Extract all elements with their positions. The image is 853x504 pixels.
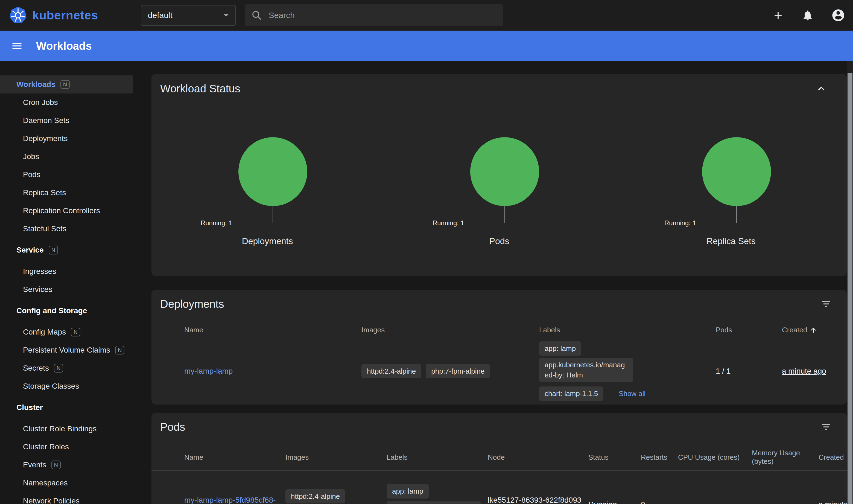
sidebar-item-replica-sets[interactable]: Replica Sets [0,184,133,202]
sidebar-item-workloads[interactable]: WorkloadsN [0,75,133,93]
sidebar-item-secrets[interactable]: SecretsN [0,359,133,377]
page-scrollbar [847,61,853,504]
images-cell: httpd:2.4-alpine php:7-fpm-alpine [285,487,387,504]
pie-slice-running [702,137,771,206]
pods-pie-chart: Running: 1 Pods [383,137,615,246]
sidebar-item-events[interactable]: EventsN [0,456,133,474]
sidebar-item-stateful-sets[interactable]: Stateful Sets [0,220,133,238]
collapse-button[interactable] [814,82,829,96]
sidebar-item-replication-controllers[interactable]: Replication Controllers [0,202,133,220]
plus-icon [772,9,784,21]
sidebar-item-persistent-volume-claims[interactable]: Persistent Volume ClaimsN [0,341,133,359]
sidebar-item-config-maps[interactable]: Config MapsN [0,323,133,341]
images-cell: httpd:2.4-alpine php:7-fpm-alpine [361,364,539,378]
column-header-images: Images [361,321,539,339]
column-header-status [152,326,184,335]
hamburger-icon [11,40,23,52]
sidebar-item-cluster-role-bindings[interactable]: Cluster Role Bindings [0,420,133,438]
deployments-card: Deployments Name Images Labels Pods Crea… [152,290,847,404]
main-content: Workload Status Running: 1 Deployments [152,61,847,504]
pie-slice-running [238,137,307,206]
column-header-node: Node [488,449,588,466]
sidebar-item-label: Events [23,461,47,469]
sidebar-item-storage-classes[interactable]: Storage Classes [0,377,133,395]
column-header-name[interactable]: Name [184,449,285,466]
status-text-cell: Running [588,500,641,504]
show-all-link[interactable]: Show all [619,390,645,398]
chevron-up-icon [815,83,827,94]
labels-cell: app: lamp app.kubernetes.io/managed-by: … [539,339,716,403]
sidebar-item-pods[interactable]: Pods [0,166,133,184]
labels-cell: app: lamp pod-template-hash: 5fd985cf68 [387,482,488,504]
sidebar-section-label: Cluster [16,403,43,412]
notifications-button[interactable] [800,8,815,22]
legend-label: Running: 1 [432,219,464,227]
filter-button[interactable] [820,420,833,433]
sidebar-item-cron-jobs[interactable]: Cron Jobs [0,93,133,111]
sidebar-item-services[interactable]: Services [0,281,133,299]
column-header-images: Images [285,449,387,466]
legend-connector-line [698,206,736,223]
kubernetes-logo[interactable]: kubernetes [9,6,98,24]
sidebar-item-jobs[interactable]: Jobs [0,148,133,166]
account-button[interactable] [830,7,847,23]
sidebar-section-cluster: Cluster [0,398,133,416]
sidebar-item-label: Replica Sets [23,188,66,197]
filter-icon [821,299,832,309]
create-button[interactable] [771,8,785,22]
sidebar-item-cluster-roles[interactable]: Cluster Roles [0,438,133,456]
pod-link[interactable]: my-lamp-lamp-5fd985cf68-jwvz4 [184,496,276,504]
deployment-link[interactable]: my-lamp-lamp [184,367,233,375]
deployments-table-header: Name Images Labels Pods Created [152,321,847,339]
menu-button[interactable] [10,39,24,53]
column-header-name[interactable]: Name [184,321,361,339]
column-header-cpu: CPU Usage (cores) [678,449,752,466]
chart-title: Replica Sets [707,236,756,246]
column-header-created[interactable]: Created [782,321,847,339]
sidebar-item-label: Cluster Role Bindings [23,425,96,433]
kubernetes-dashboard: kubernetes default [0,0,853,504]
sidebar-item-label: Ingresses [23,267,56,276]
new-badge: N [54,364,63,373]
node-cell: lke55127-86393-622f8d09399a [488,496,588,504]
label-chip: app: lamp [387,484,429,498]
sidebar-item-label: Cron Jobs [23,98,58,107]
sidebar-item-label: Secrets [23,364,49,373]
sidebar-section-service[interactable]: ServiceN [0,241,133,259]
legend-connector-line [235,206,273,223]
sidebar-item-label: Persistent Volume Claims [23,346,110,355]
sidebar-item-ingresses[interactable]: Ingresses [0,263,133,281]
filter-button[interactable] [820,298,833,310]
namespace-select[interactable]: default [141,5,236,26]
sidebar-item-label: Workloads [16,80,55,89]
column-header-status [152,453,184,462]
search-input[interactable] [269,11,497,20]
brand-name: kubernetes [32,8,98,22]
cpu-cell: - [678,500,752,504]
card-title: Pods [160,421,185,433]
new-badge: N [60,80,70,89]
sidebar-item-label: Stateful Sets [23,224,67,233]
scrollbar-thumb[interactable] [848,73,852,504]
column-header-created[interactable]: Created [819,449,847,466]
page-title: Workloads [36,40,92,52]
card-title: Deployments [160,298,224,310]
account-circle-icon [831,8,845,22]
new-badge: N [49,246,58,254]
column-header-label: Created [819,453,844,462]
sidebar-item-label: Daemon Sets [23,116,69,125]
label-chip: chart: lamp-1.1.5 [539,386,603,401]
sidebar-item-network-policies[interactable]: Network Policies [0,492,133,504]
sidebar-section-config-and-storage: Config and Storage [0,302,133,320]
sidebar-item-label: Services [23,285,52,294]
sidebar-item-daemon-sets[interactable]: Daemon Sets [0,111,133,129]
column-header-label: Created [782,326,807,334]
kubernetes-wheel-icon [9,6,27,24]
top-navbar: kubernetes default [0,0,853,31]
sidebar: WorkloadsN Cron Jobs Daemon Sets Deploym… [0,61,142,504]
sidebar-item-deployments[interactable]: Deployments [0,129,133,148]
sidebar-item-namespaces[interactable]: Namespaces [0,474,133,492]
sidebar-item-label: Config Maps [23,328,66,337]
new-badge: N [115,346,124,355]
pods-table-header: Name Images Labels Node Status Restarts … [152,445,847,471]
